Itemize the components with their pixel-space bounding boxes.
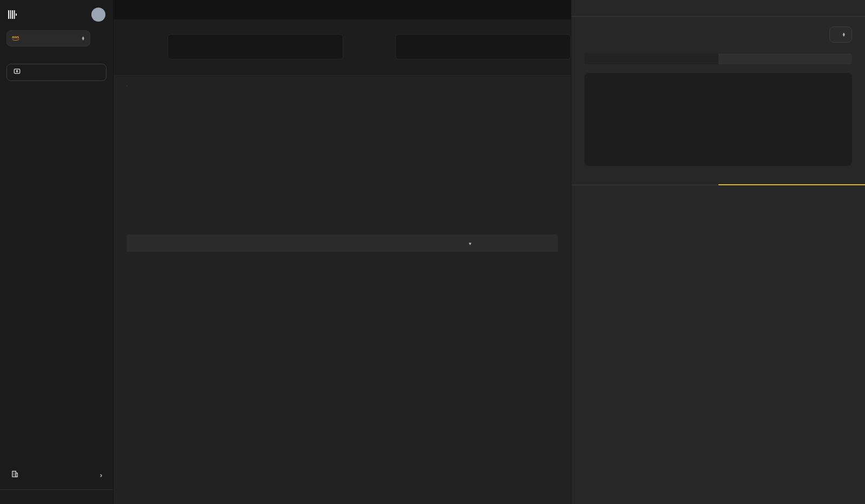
column-header-query[interactable]	[127, 234, 351, 252]
column-header-user[interactable]	[351, 234, 459, 252]
stat-card-p99-latency	[395, 34, 571, 59]
service-select[interactable]: aws ▲▼	[6, 30, 90, 46]
main-chart-svg	[127, 106, 556, 220]
svg-text:aws: aws	[12, 35, 19, 39]
stats-band	[114, 19, 571, 75]
sidebar-divider	[0, 489, 113, 490]
breadcrumb	[114, 0, 571, 19]
app-window: aws ▲▼ ›	[0, 0, 865, 504]
panel-header	[571, 0, 865, 17]
panel-body: ▲▼	[571, 17, 865, 504]
chevron-updown-icon: ▲▼	[842, 32, 846, 37]
clickhouse-logo-icon[interactable]	[8, 10, 17, 19]
chevron-updown-icon: ▲▼	[82, 36, 85, 41]
connect-button[interactable]	[6, 64, 107, 81]
query-volume-chart	[127, 106, 558, 221]
recent-queries-section: ▼	[127, 234, 558, 252]
table-header-row: ▼	[127, 234, 558, 252]
service-selector-row: aws ▲▼	[6, 30, 107, 46]
column-header-runs[interactable]: ▼	[458, 234, 506, 252]
time-range-select[interactable]: ▲▼	[829, 26, 852, 43]
main-area: ▼	[114, 0, 571, 504]
segment-all-runs[interactable]	[584, 53, 718, 64]
chevron-right-icon: ›	[100, 471, 102, 479]
runs-errors-segments	[584, 53, 852, 64]
mini-chart-svg	[588, 83, 849, 149]
segment-errors[interactable]	[718, 53, 853, 64]
mini-query-volume-chart	[584, 73, 852, 166]
recent-queries-table: ▼	[127, 234, 558, 252]
organization-heading	[5, 462, 108, 467]
tab-query-info[interactable]	[571, 173, 718, 185]
query-information-panel: ▲▼	[571, 0, 865, 504]
history-header	[584, 185, 852, 196]
main-content: ▼	[114, 75, 571, 504]
aws-icon: aws	[12, 35, 20, 43]
column-header-p50[interactable]	[506, 234, 558, 252]
logo-row	[5, 6, 108, 30]
stat-card-query-volume	[168, 34, 343, 59]
chart-tabs	[127, 85, 128, 86]
user-avatar[interactable]	[91, 8, 105, 22]
connect-icon	[13, 68, 21, 77]
tab-query-history[interactable]	[718, 173, 865, 185]
sidebar: aws ▲▼ ›	[0, 0, 114, 504]
panel-tabs	[571, 173, 865, 185]
organization-icon	[11, 470, 19, 480]
organization-item[interactable]: ›	[5, 467, 108, 483]
sort-desc-icon: ▼	[468, 241, 472, 246]
